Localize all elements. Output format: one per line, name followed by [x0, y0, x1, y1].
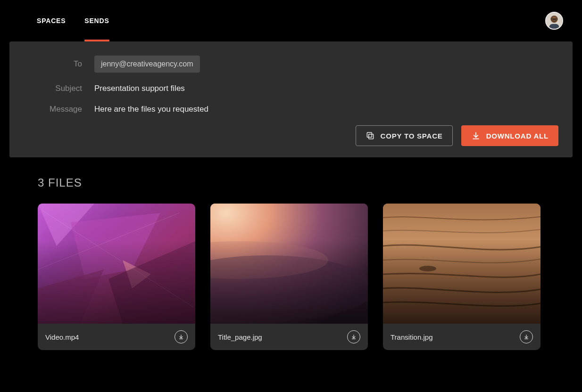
download-small-icon: [350, 334, 357, 340]
download-all-label: DOWNLOAD ALL: [486, 132, 549, 140]
download-small-icon: [178, 334, 184, 340]
value-subject: Presentation support files: [94, 84, 185, 93]
file-name: Transition.jpg: [391, 333, 433, 341]
file-footer: Title_page.jpg: [210, 324, 368, 350]
avatar-face-icon: [546, 13, 562, 29]
tab-spaces[interactable]: SPACES: [37, 0, 66, 41]
svg-rect-3: [549, 24, 559, 29]
files-heading: 3 FILES: [38, 176, 544, 189]
tab-list: SPACES SENDS: [37, 0, 109, 41]
topbar: SPACES SENDS: [9, 0, 573, 41]
send-detail-panel: To jenny@creativeagency.com Subject Pres…: [9, 41, 573, 157]
field-row-message: Message Here are the files you requested: [24, 105, 558, 114]
copy-to-space-label: COPY TO SPACE: [381, 132, 443, 140]
file-thumbnail: [38, 204, 195, 324]
file-name: Video.mp4: [45, 333, 79, 341]
svg-point-5: [555, 19, 556, 20]
file-name: Title_page.jpg: [218, 333, 262, 341]
file-download-button[interactable]: [520, 330, 533, 343]
file-footer: Video.mp4: [38, 324, 195, 350]
label-message: Message: [24, 105, 94, 114]
field-row-subject: Subject Presentation support files: [24, 84, 558, 93]
file-card[interactable]: Title_page.jpg: [210, 204, 368, 350]
value-message: Here are the files you requested: [94, 105, 208, 114]
file-grid: Video.mp4: [38, 204, 544, 350]
file-card[interactable]: Video.mp4: [38, 204, 195, 350]
file-download-button[interactable]: [347, 330, 360, 343]
file-thumbnail: [210, 204, 368, 324]
file-card[interactable]: Transition.jpg: [383, 204, 540, 350]
svg-rect-9: [367, 132, 372, 137]
download-small-icon: [523, 334, 530, 340]
copy-icon: [366, 131, 375, 140]
file-download-button[interactable]: [175, 330, 188, 343]
svg-point-4: [552, 19, 553, 20]
file-thumbnail: [383, 204, 540, 324]
avatar[interactable]: [545, 12, 563, 30]
download-all-button[interactable]: DOWNLOAD ALL: [461, 125, 558, 146]
download-icon: [471, 131, 481, 140]
files-section: 3 FILES Video.mp4: [9, 157, 573, 350]
svg-rect-8: [368, 134, 373, 139]
field-row-to: To jenny@creativeagency.com: [24, 56, 558, 73]
file-footer: Transition.jpg: [383, 324, 540, 350]
recipient-pill[interactable]: jenny@creativeagency.com: [94, 56, 200, 73]
tab-sends[interactable]: SENDS: [84, 0, 109, 41]
action-bar: COPY TO SPACE DOWNLOAD ALL: [24, 125, 558, 146]
label-to: To: [24, 59, 94, 69]
label-subject: Subject: [24, 84, 94, 93]
app-root: SPACES SENDS To jenny@creativeagency.com: [0, 0, 582, 359]
value-to: jenny@creativeagency.com: [94, 56, 200, 73]
copy-to-space-button[interactable]: COPY TO SPACE: [356, 125, 453, 146]
